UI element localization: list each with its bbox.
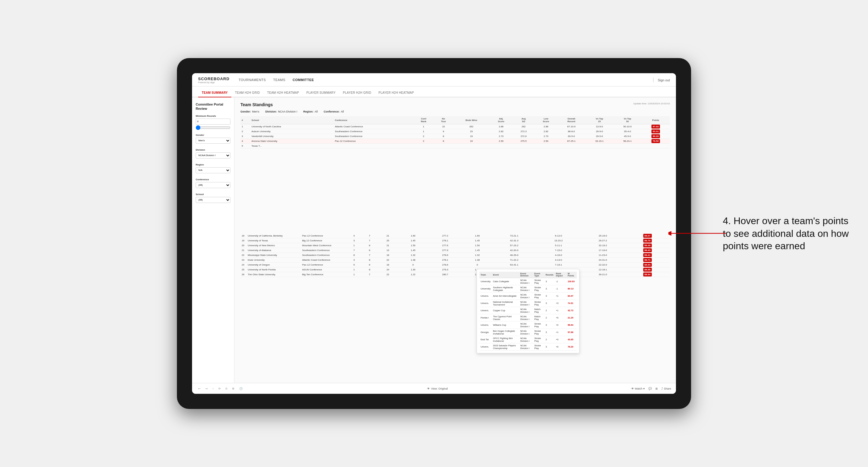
clock-button[interactable]: 🕐 <box>238 386 244 391</box>
col-bnds: Bnds Wins <box>453 116 490 124</box>
hover-col-event: Event <box>492 272 519 278</box>
points-value: 88.94 <box>643 273 652 276</box>
refresh-button[interactable]: ⟳ <box>217 386 222 391</box>
table-row: 18 University of California, Berkeley Pa… <box>241 234 670 238</box>
nav-tournaments[interactable]: TOURNAMENTS <box>239 77 266 83</box>
view-label[interactable]: View: Original <box>431 387 447 390</box>
back-button[interactable]: ‹ <box>211 386 215 391</box>
watch-button[interactable]: 👁 Watch ▾ <box>631 387 645 390</box>
col-conf-rank: ConfRank <box>413 116 434 124</box>
update-time: Update time: 13/03/2024 10:03:42 <box>633 102 670 105</box>
redo-button[interactable]: ↪ <box>204 386 209 391</box>
points-value: 90.20 <box>651 134 660 138</box>
table-row: 23 Duke University Atlantic Coast Confer… <box>241 258 670 262</box>
nav-teams[interactable]: TEAMS <box>273 77 285 83</box>
content-panel: Team Standings Update time: 13/03/2024 1… <box>235 97 676 383</box>
hover-detail-table: Team Event Event Division Event Type Rou… <box>479 272 577 350</box>
undo-button[interactable]: ↩ <box>197 386 202 391</box>
hover-row: University Cabo Collegiate NCAA Division… <box>479 278 577 285</box>
feedback-button[interactable]: 💬 <box>648 387 652 390</box>
hover-col-rounds: Rounds <box>545 272 555 278</box>
hover-col-impact: Rank Impact <box>555 272 566 278</box>
points-value-highlighted: 78.50 <box>651 139 660 143</box>
toolbar-left: ↩ ↪ ‹ ⟳ ⎘ ⚙ 🕐 <box>197 386 244 391</box>
points-value: 88.70 <box>643 239 652 243</box>
sidebar-school-label: School <box>196 193 230 196</box>
hover-col-team: Team <box>479 272 492 278</box>
table-row: 20 University of New Mexico Mountain Wes… <box>241 243 670 248</box>
tab-player-h2h-grid[interactable]: PLAYER H2H GRID <box>339 91 375 97</box>
share-button[interactable]: ⤴ Share <box>661 387 671 390</box>
col-avg-sg: AvgSG <box>513 116 535 124</box>
division-select[interactable]: NCAA Division I NCAA Division II <box>196 152 230 158</box>
tab-player-h2h-heatmap[interactable]: PLAYER H2H HEATMAP <box>375 91 417 97</box>
lower-standings-table: 18 University of California, Berkeley Pa… <box>241 234 670 277</box>
sidebar-conference-label: Conference <box>196 178 230 181</box>
points-value: 88.71 <box>643 258 652 262</box>
col-school: School <box>250 116 334 124</box>
table-row: 21 University of Alabama Southeastern Co… <box>241 248 670 253</box>
conference-select[interactable]: (All) ACC SEC <box>196 182 230 188</box>
toolbar-right: 👁 Watch ▾ 💬 ⊞ ⤴ Share <box>631 387 671 390</box>
nav-committee[interactable]: COMMITTEE <box>293 77 314 83</box>
grid-icon: ⊞ <box>655 387 658 390</box>
share-label: Share <box>664 387 671 390</box>
grid-button[interactable]: ⊞ <box>655 387 658 390</box>
gender-select[interactable]: Men's Women's <box>196 137 230 144</box>
table-row: 19 University of Texas Big 12 Conference… <box>241 238 670 243</box>
table-row: 2 Auburn University Southeastern Confere… <box>241 129 670 134</box>
hover-row: Georgia Ben Hogan Collegiate Invitationa… <box>479 329 577 336</box>
tab-team-h2h-grid[interactable]: TEAM H2H GRID <box>231 91 264 97</box>
app-logo-sub: Powered by clippi <box>198 81 229 84</box>
filter-gender: Gender: Men's <box>241 110 259 113</box>
hover-overlay-popup: Team Event Event Division Event Type Rou… <box>477 269 580 353</box>
points-value: 88.43 <box>643 248 652 252</box>
hover-row: Univers. Williams Cup NCAA Division I St… <box>479 321 577 329</box>
sidebar-min-rounds-label: Minimum Rounds <box>196 115 230 117</box>
watch-icon: 👁 <box>631 387 634 390</box>
filter-region: Region: All <box>303 110 318 113</box>
hover-row: University Southern Highlands Collegiate… <box>479 285 577 292</box>
filter-division: Division: NCAA Division I <box>265 110 297 113</box>
app-logo: SCOREBOARD <box>198 76 229 81</box>
tab-team-h2h-heatmap[interactable]: TEAM H2H HEATMAP <box>264 91 303 97</box>
col-vs50: Vs Top50 <box>613 116 642 124</box>
red-arrow <box>669 227 729 240</box>
col-overall: OverallRecord <box>557 116 586 124</box>
sub-navigation: TEAM SUMMARY TEAM H2H GRID TEAM H2H HEAT… <box>192 87 676 97</box>
school-select[interactable]: (All) <box>196 197 230 203</box>
main-content: Committee Portal Review Minimum Rounds G… <box>192 97 676 383</box>
hover-col-points: W Points <box>566 272 577 278</box>
min-rounds-slider[interactable] <box>196 126 230 129</box>
table-row: 24 University of Oregon Pac-12 Conferenc… <box>241 262 670 268</box>
annotation-text: 4. Hover over a team's points to see add… <box>723 215 850 253</box>
copy-button[interactable]: ⎘ <box>224 386 228 391</box>
panel-header: Team Standings Update time: 13/03/2024 1… <box>241 102 670 107</box>
min-rounds-input[interactable] <box>196 119 230 125</box>
points-value: 88.49 <box>643 244 652 247</box>
table-row: 22 Mississippi State University Southeas… <box>241 253 670 258</box>
sign-out-button[interactable]: Sign out <box>658 78 670 82</box>
settings-button[interactable]: ⚙ <box>231 386 236 391</box>
watch-chevron: ▾ <box>643 387 645 390</box>
hover-col-division: Event Division <box>519 272 533 278</box>
sign-out-area: | Sign out <box>653 77 670 83</box>
table-row: 25 University of North Florida ASUN Conf… <box>241 268 670 272</box>
hover-row: Florida I The Cypress Point Classic NCAA… <box>479 314 577 321</box>
bottom-toolbar: ↩ ↪ ‹ ⟳ ⎘ ⚙ 🕐 👁 View: Original 👁 Watch ▾ <box>192 383 676 394</box>
col-tours: NoTour <box>434 116 453 124</box>
feedback-icon: 💬 <box>648 387 652 390</box>
main-nav: TOURNAMENTS TEAMS COMMITTEE <box>239 77 653 83</box>
tablet-device: SCOREBOARD Powered by clippi TOURNAMENTS… <box>177 58 691 409</box>
filter-conference: Conference: All <box>323 110 344 113</box>
hover-row: Univers. Copper Cup NCAA Division I Matc… <box>479 307 577 314</box>
tab-player-summary[interactable]: PLAYER SUMMARY <box>303 91 339 97</box>
share-icon: ⤴ <box>661 387 663 390</box>
tab-team-summary[interactable]: TEAM SUMMARY <box>198 91 231 97</box>
col-vs25: Vs Top25 <box>586 116 614 124</box>
points-value: 97.02 <box>651 125 660 129</box>
logo-area: SCOREBOARD Powered by clippi <box>198 76 229 84</box>
points-value: 88.54 <box>643 263 652 267</box>
table-row: 1 University of North Carolina Atlantic … <box>241 124 670 129</box>
region-select[interactable]: N/A South East <box>196 167 230 173</box>
